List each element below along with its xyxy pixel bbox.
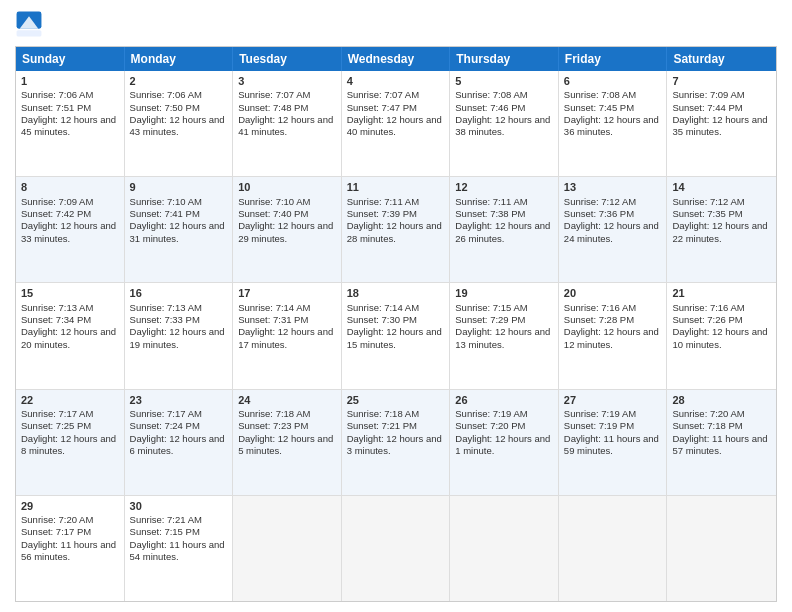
- calendar-cell: 27 Sunrise: 7:19 AM Sunset: 7:19 PM Dayl…: [559, 390, 668, 495]
- daylight-label: Daylight: 12 hours and 29 minutes.: [238, 220, 333, 243]
- calendar-cell: 21 Sunrise: 7:16 AM Sunset: 7:26 PM Dayl…: [667, 283, 776, 388]
- sunrise-label: Sunrise: 7:19 AM: [455, 408, 527, 419]
- day-number: 2: [130, 74, 228, 88]
- daylight-label: Daylight: 12 hours and 41 minutes.: [238, 114, 333, 137]
- calendar-header-tuesday: Tuesday: [233, 47, 342, 71]
- sunset-label: Sunset: 7:44 PM: [672, 102, 742, 113]
- daylight-label: Daylight: 12 hours and 24 minutes.: [564, 220, 659, 243]
- sunrise-label: Sunrise: 7:07 AM: [347, 89, 419, 100]
- sunrise-label: Sunrise: 7:20 AM: [672, 408, 744, 419]
- day-number: 19: [455, 286, 553, 300]
- calendar-cell: 3 Sunrise: 7:07 AM Sunset: 7:48 PM Dayli…: [233, 71, 342, 176]
- daylight-label: Daylight: 11 hours and 59 minutes.: [564, 433, 659, 456]
- day-number: 17: [238, 286, 336, 300]
- header: [15, 10, 777, 38]
- day-number: 6: [564, 74, 662, 88]
- calendar-header-wednesday: Wednesday: [342, 47, 451, 71]
- sunrise-label: Sunrise: 7:17 AM: [130, 408, 202, 419]
- calendar: SundayMondayTuesdayWednesdayThursdayFrid…: [15, 46, 777, 602]
- daylight-label: Daylight: 12 hours and 38 minutes.: [455, 114, 550, 137]
- sunrise-label: Sunrise: 7:07 AM: [238, 89, 310, 100]
- sunset-label: Sunset: 7:28 PM: [564, 314, 634, 325]
- calendar-cell: 22 Sunrise: 7:17 AM Sunset: 7:25 PM Dayl…: [16, 390, 125, 495]
- sunset-label: Sunset: 7:35 PM: [672, 208, 742, 219]
- sunset-label: Sunset: 7:45 PM: [564, 102, 634, 113]
- sunset-label: Sunset: 7:48 PM: [238, 102, 308, 113]
- daylight-label: Daylight: 12 hours and 31 minutes.: [130, 220, 225, 243]
- calendar-cell: [233, 496, 342, 601]
- calendar-cell: 24 Sunrise: 7:18 AM Sunset: 7:23 PM Dayl…: [233, 390, 342, 495]
- sunset-label: Sunset: 7:42 PM: [21, 208, 91, 219]
- calendar-cell: 4 Sunrise: 7:07 AM Sunset: 7:47 PM Dayli…: [342, 71, 451, 176]
- day-number: 29: [21, 499, 119, 513]
- sunrise-label: Sunrise: 7:06 AM: [21, 89, 93, 100]
- sunset-label: Sunset: 7:17 PM: [21, 526, 91, 537]
- daylight-label: Daylight: 12 hours and 3 minutes.: [347, 433, 442, 456]
- calendar-row-3: 15 Sunrise: 7:13 AM Sunset: 7:34 PM Dayl…: [16, 283, 776, 389]
- day-number: 18: [347, 286, 445, 300]
- sunset-label: Sunset: 7:47 PM: [347, 102, 417, 113]
- sunrise-label: Sunrise: 7:20 AM: [21, 514, 93, 525]
- sunset-label: Sunset: 7:39 PM: [347, 208, 417, 219]
- calendar-header-friday: Friday: [559, 47, 668, 71]
- calendar-cell: 29 Sunrise: 7:20 AM Sunset: 7:17 PM Dayl…: [16, 496, 125, 601]
- day-number: 23: [130, 393, 228, 407]
- sunrise-label: Sunrise: 7:08 AM: [564, 89, 636, 100]
- day-number: 1: [21, 74, 119, 88]
- calendar-header-thursday: Thursday: [450, 47, 559, 71]
- daylight-label: Daylight: 12 hours and 17 minutes.: [238, 326, 333, 349]
- sunrise-label: Sunrise: 7:12 AM: [564, 196, 636, 207]
- sunrise-label: Sunrise: 7:19 AM: [564, 408, 636, 419]
- daylight-label: Daylight: 12 hours and 35 minutes.: [672, 114, 767, 137]
- daylight-label: Daylight: 12 hours and 1 minute.: [455, 433, 550, 456]
- sunrise-label: Sunrise: 7:21 AM: [130, 514, 202, 525]
- calendar-header-saturday: Saturday: [667, 47, 776, 71]
- day-number: 4: [347, 74, 445, 88]
- svg-rect-2: [17, 30, 42, 36]
- sunrise-label: Sunrise: 7:16 AM: [564, 302, 636, 313]
- calendar-cell: 17 Sunrise: 7:14 AM Sunset: 7:31 PM Dayl…: [233, 283, 342, 388]
- sunrise-label: Sunrise: 7:09 AM: [672, 89, 744, 100]
- day-number: 24: [238, 393, 336, 407]
- sunrise-label: Sunrise: 7:10 AM: [130, 196, 202, 207]
- calendar-cell: 11 Sunrise: 7:11 AM Sunset: 7:39 PM Dayl…: [342, 177, 451, 282]
- day-number: 22: [21, 393, 119, 407]
- calendar-cell: 23 Sunrise: 7:17 AM Sunset: 7:24 PM Dayl…: [125, 390, 234, 495]
- sunrise-label: Sunrise: 7:16 AM: [672, 302, 744, 313]
- sunset-label: Sunset: 7:51 PM: [21, 102, 91, 113]
- calendar-cell: 13 Sunrise: 7:12 AM Sunset: 7:36 PM Dayl…: [559, 177, 668, 282]
- sunset-label: Sunset: 7:24 PM: [130, 420, 200, 431]
- sunset-label: Sunset: 7:46 PM: [455, 102, 525, 113]
- calendar-cell: 1 Sunrise: 7:06 AM Sunset: 7:51 PM Dayli…: [16, 71, 125, 176]
- daylight-label: Daylight: 12 hours and 36 minutes.: [564, 114, 659, 137]
- calendar-cell: 12 Sunrise: 7:11 AM Sunset: 7:38 PM Dayl…: [450, 177, 559, 282]
- day-number: 20: [564, 286, 662, 300]
- calendar-cell: [342, 496, 451, 601]
- sunset-label: Sunset: 7:20 PM: [455, 420, 525, 431]
- calendar-cell: 9 Sunrise: 7:10 AM Sunset: 7:41 PM Dayli…: [125, 177, 234, 282]
- sunrise-label: Sunrise: 7:09 AM: [21, 196, 93, 207]
- daylight-label: Daylight: 12 hours and 28 minutes.: [347, 220, 442, 243]
- day-number: 27: [564, 393, 662, 407]
- calendar-cell: 5 Sunrise: 7:08 AM Sunset: 7:46 PM Dayli…: [450, 71, 559, 176]
- daylight-label: Daylight: 12 hours and 6 minutes.: [130, 433, 225, 456]
- calendar-cell: 20 Sunrise: 7:16 AM Sunset: 7:28 PM Dayl…: [559, 283, 668, 388]
- sunset-label: Sunset: 7:29 PM: [455, 314, 525, 325]
- daylight-label: Daylight: 12 hours and 8 minutes.: [21, 433, 116, 456]
- sunrise-label: Sunrise: 7:13 AM: [21, 302, 93, 313]
- sunrise-label: Sunrise: 7:14 AM: [238, 302, 310, 313]
- sunrise-label: Sunrise: 7:17 AM: [21, 408, 93, 419]
- calendar-row-2: 8 Sunrise: 7:09 AM Sunset: 7:42 PM Dayli…: [16, 177, 776, 283]
- sunrise-label: Sunrise: 7:15 AM: [455, 302, 527, 313]
- calendar-header-monday: Monday: [125, 47, 234, 71]
- day-number: 9: [130, 180, 228, 194]
- logo: [15, 10, 47, 38]
- calendar-cell: 16 Sunrise: 7:13 AM Sunset: 7:33 PM Dayl…: [125, 283, 234, 388]
- calendar-cell: 28 Sunrise: 7:20 AM Sunset: 7:18 PM Dayl…: [667, 390, 776, 495]
- sunset-label: Sunset: 7:33 PM: [130, 314, 200, 325]
- calendar-cell: 10 Sunrise: 7:10 AM Sunset: 7:40 PM Dayl…: [233, 177, 342, 282]
- daylight-label: Daylight: 12 hours and 45 minutes.: [21, 114, 116, 137]
- calendar-header-sunday: Sunday: [16, 47, 125, 71]
- calendar-cell: 25 Sunrise: 7:18 AM Sunset: 7:21 PM Dayl…: [342, 390, 451, 495]
- calendar-cell: 8 Sunrise: 7:09 AM Sunset: 7:42 PM Dayli…: [16, 177, 125, 282]
